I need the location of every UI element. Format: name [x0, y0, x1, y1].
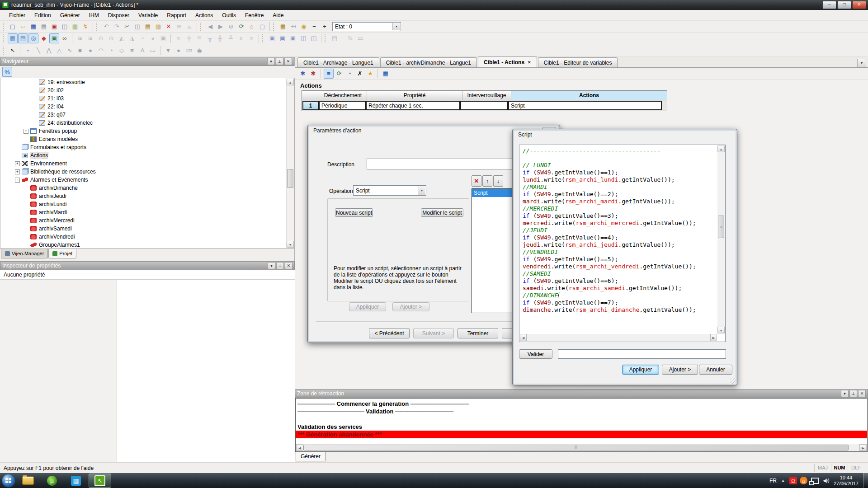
tree-item-23-q07[interactable]: 23: q07: [0, 111, 294, 119]
action-new-icon[interactable]: ✱: [298, 69, 308, 79]
toolbar-grip[interactable]: [262, 34, 264, 42]
find-icon[interactable]: ∞: [60, 33, 70, 43]
align-middle-icon[interactable]: ╫: [215, 33, 225, 43]
state-grid-icon[interactable]: ▦: [278, 22, 288, 32]
tree-item-archivsamedi[interactable]: archivSamedi: [0, 225, 294, 233]
panel-tab-vijeo-manager[interactable]: Vijeo-Manager: [1, 249, 48, 258]
rotate-right-icon[interactable]: ⊙: [106, 33, 116, 43]
row-number[interactable]: 1: [303, 101, 318, 110]
tree-item-fenetres-popup[interactable]: +Fenêtres popup: [0, 127, 294, 135]
menu-outils[interactable]: Outils: [217, 11, 241, 20]
grid-icon[interactable]: ▦: [381, 69, 391, 79]
close-icon[interactable]: ✕: [284, 58, 292, 65]
text-icon[interactable]: A: [137, 46, 147, 56]
doc-alert-icon[interactable]: ▤: [18, 33, 28, 43]
layout-icon[interactable]: ▤: [330, 33, 340, 43]
taskbar-vijeo-frame-button[interactable]: ↖: [89, 474, 111, 488]
undo-icon[interactable]: ↶: [101, 22, 111, 32]
minimize-button[interactable]: ─: [822, 1, 836, 9]
move-down-button[interactable]: ↓: [493, 175, 503, 187]
add-button[interactable]: Ajouter >: [392, 302, 429, 311]
format-icon[interactable]: ≋: [174, 22, 184, 32]
scrollbar-thumb[interactable]: ≡: [718, 216, 724, 238]
image-icon[interactable]: ▭: [148, 46, 158, 56]
paste-icon[interactable]: ▤: [143, 22, 153, 32]
avast-icon[interactable]: a: [800, 477, 807, 484]
apply-button[interactable]: Appliquer: [349, 302, 386, 311]
feedback-hscrollbar[interactable]: ◀ ||| ▶: [296, 444, 867, 451]
validate-result-field[interactable]: [558, 349, 726, 359]
delete-operation-button[interactable]: ✕: [472, 175, 481, 187]
chevron-down-icon[interactable]: ▾: [392, 23, 400, 30]
resize-grip[interactable]: [730, 378, 736, 384]
show-desktop-button[interactable]: [863, 473, 868, 488]
code-vscrollbar[interactable]: ▲ ≡ ▼: [717, 145, 725, 333]
preview-icon[interactable]: ◎: [28, 33, 38, 43]
home-icon[interactable]: ⌂: [247, 22, 257, 32]
simulate-icon[interactable]: ◆: [39, 33, 49, 43]
taskbar-clock[interactable]: 10:44 27/06/2017: [834, 475, 859, 487]
ellipse-icon[interactable]: ●: [85, 46, 95, 56]
finish-button[interactable]: Terminer: [458, 328, 498, 338]
pointer-icon[interactable]: ↖: [8, 46, 18, 56]
previous-button[interactable]: < Précédent: [369, 328, 410, 338]
tab-close-icon[interactable]: ✕: [528, 60, 531, 65]
tree-item-22-i04[interactable]: 22: i04: [0, 103, 294, 111]
curve-icon[interactable]: ∿: [65, 46, 75, 56]
forward-icon[interactable]: ▶: [216, 22, 226, 32]
new-file-icon[interactable]: ▢: [8, 22, 18, 32]
speaker-icon[interactable]: ◀⟩⟩: [823, 478, 829, 483]
menu-aide[interactable]: Aide: [268, 11, 288, 20]
toolbar-grip[interactable]: [325, 34, 327, 42]
scroll-right-icon[interactable]: ▶: [710, 334, 717, 341]
dot-icon[interactable]: ▪: [23, 46, 33, 56]
polygon-icon[interactable]: △: [54, 46, 64, 56]
column-header-rownum[interactable]: [302, 91, 319, 100]
switch-icon[interactable]: ▼: [163, 46, 173, 56]
image-edit-icon[interactable]: ▣: [49, 33, 59, 43]
table-cell[interactable]: Périodique: [319, 101, 365, 110]
list-view-icon[interactable]: ≡: [324, 69, 334, 79]
order-back-icon[interactable]: ▣: [278, 33, 288, 43]
tree-item-alarmes-et-evenements[interactable]: −Alarmes et Evénements: [0, 176, 294, 184]
tree-item-archivmercredi[interactable]: archivMercredi: [0, 216, 294, 225]
rect-icon[interactable]: ■: [75, 46, 85, 56]
pin-icon[interactable]: ⊥: [276, 262, 284, 269]
new-script-button[interactable]: Nouveau script: [335, 208, 373, 217]
table-cell[interactable]: Répéter chaque 1 sec.: [366, 101, 460, 110]
arc-ccw-icon[interactable]: ◕: [148, 33, 158, 43]
start-button[interactable]: [2, 474, 15, 488]
save-icon[interactable]: ▦: [28, 22, 38, 32]
taskbar-utorrent-button[interactable]: µ: [41, 474, 63, 488]
align-top-icon[interactable]: ╥: [205, 33, 215, 43]
pin-icon[interactable]: ⊥: [276, 58, 283, 65]
toolbar-grip[interactable]: [3, 23, 5, 31]
frame-icon[interactable]: ▣: [158, 33, 168, 43]
maximize-button[interactable]: ▢: [837, 1, 851, 9]
state-select[interactable]: Etat : 0▾: [332, 22, 401, 31]
scrollbar-thumb[interactable]: [287, 169, 293, 188]
arc-cw-icon[interactable]: ◔: [137, 33, 147, 43]
toolbar-grip[interactable]: [273, 23, 275, 31]
edit-script-button[interactable]: Modifier le script: [421, 208, 463, 217]
scroll-right-icon[interactable]: ▶: [859, 444, 867, 451]
tree-item-archivjeudi[interactable]: archivJeudi: [0, 192, 294, 200]
close-button[interactable]: ✕: [852, 1, 866, 9]
paste-special-icon[interactable]: ▥: [153, 22, 163, 32]
align-left-icon[interactable]: ≡: [174, 33, 184, 43]
align-right-icon[interactable]: ≣: [194, 33, 204, 43]
column-header-propriete[interactable]: Propriété: [367, 91, 462, 100]
zoom-out-icon[interactable]: −: [309, 22, 319, 32]
space-v-icon[interactable]: ≡: [246, 33, 256, 43]
order-front-icon[interactable]: ▣: [267, 33, 277, 43]
polyline-icon[interactable]: ⋀: [44, 46, 54, 56]
build-icon[interactable]: ↯: [80, 22, 90, 32]
taskbar-vijeo-designer-button[interactable]: ▦: [65, 474, 87, 488]
refresh-icon[interactable]: ⟳: [334, 69, 344, 79]
tab-cible1-editeur-de-variables[interactable]: Cible1 - Editeur de variables: [538, 57, 618, 67]
column-header-interverrouillage[interactable]: Interverrouillage: [462, 91, 511, 100]
search-time-icon[interactable]: ◔: [344, 69, 354, 79]
panel-menu-icon[interactable]: ▾: [268, 262, 275, 269]
rotate-left-icon[interactable]: ⊙: [96, 33, 106, 43]
align-center-icon[interactable]: ╪: [184, 33, 194, 43]
